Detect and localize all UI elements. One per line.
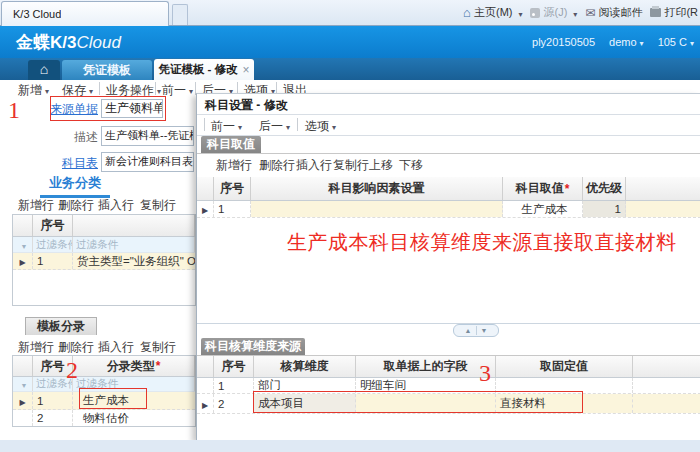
collapse-down-icon[interactable]: ▼: [481, 327, 488, 334]
print-button[interactable]: 打印(R: [650, 5, 698, 20]
description-field[interactable]: 生产领料单--凭证模板: [101, 126, 194, 146]
biz-insert-row-button[interactable]: 插入行: [98, 197, 134, 214]
g1-row-1-filler: [626, 201, 700, 217]
tab-dimension-source[interactable]: 科目核算维度来源: [201, 338, 305, 355]
tab-voucher-template-edit-label: 凭证模板 - 修改: [158, 62, 237, 77]
entry-type-column-header[interactable]: 分录类型*: [73, 356, 195, 376]
g1-move-up-button[interactable]: 上移: [369, 157, 393, 174]
g1-move-down-button[interactable]: 下移: [399, 157, 423, 174]
dimension-column-header[interactable]: 核算维度: [254, 356, 356, 377]
entry-row-2[interactable]: 2 物料估价: [13, 410, 195, 427]
toolbar-separator: [297, 118, 298, 131]
account-setting-dialog: 科目设置 - 修改 前一 后一 选项 科目取值 新增行 删除行 插入行 复制行 …: [196, 93, 700, 440]
biz-row-1-seq: 1: [33, 253, 73, 269]
entry-add-row-button[interactable]: 新增行: [18, 339, 54, 356]
account-table-field[interactable]: 新会计准则科目表: [101, 152, 194, 172]
g2-header: 序号 核算维度 取单据上的字段 取固定值: [197, 356, 700, 378]
biz-row-1[interactable]: 1 货主类型="业务组织" OR V: [13, 253, 195, 270]
read-mail-button[interactable]: 阅读邮件: [585, 5, 642, 20]
tenant-menu[interactable]: demo: [609, 36, 644, 48]
g1-header: 序号 科目影响因素设置 科目取值* 优先级: [197, 177, 700, 201]
g1-insert-row-button[interactable]: 插入行: [296, 157, 332, 174]
corner-cell: [13, 356, 33, 376]
biz-row-1-condition[interactable]: 货主类型="业务组织" OR V: [73, 253, 195, 269]
seq-column-header[interactable]: 序号: [214, 356, 254, 377]
tab-home[interactable]: [28, 60, 60, 80]
chevron-down-icon: [515, 7, 522, 19]
g1-add-row-button[interactable]: 新增行: [216, 157, 252, 174]
toolbar-separator: [155, 82, 156, 95]
chevron-down-icon: [329, 119, 336, 133]
chevron-down-icon: [235, 119, 242, 133]
entry-row-2-type[interactable]: 物料估价: [73, 410, 195, 426]
seq-column-header[interactable]: 序号: [214, 177, 251, 200]
tab-template-entries[interactable]: 模板分录: [25, 317, 97, 335]
required-marker: *: [565, 182, 570, 196]
g2-row-2-seq: 2: [214, 394, 254, 413]
entry-insert-row-button[interactable]: 插入行: [98, 339, 134, 356]
seq-column-header[interactable]: 序号: [33, 215, 73, 236]
current-row-arrow-icon: [202, 203, 208, 215]
home-menu-button[interactable]: 主页(M): [463, 5, 522, 20]
g1-row-1-priority[interactable]: 1: [583, 201, 626, 217]
feed-label: 源(J): [543, 5, 567, 20]
dialog-title: 科目设置 - 修改: [205, 97, 288, 114]
chevron-down-icon: [42, 83, 49, 97]
previous-button[interactable]: 前一: [162, 82, 193, 99]
g1-delete-row-button[interactable]: 删除行: [259, 157, 295, 174]
chevron-down-icon: [637, 36, 644, 48]
browser-tab[interactable]: K/3 Cloud: [1, 1, 169, 26]
g1-row-1-value[interactable]: 生产成本: [503, 201, 583, 217]
value-column-header[interactable]: 科目取值*: [503, 177, 583, 200]
dialog-next-button[interactable]: 后一: [259, 118, 290, 135]
banner-user-area: ply20150505 demo 105 C: [532, 36, 694, 48]
filter-placeholder[interactable]: 过滤条件: [73, 237, 195, 252]
g1-row-1-factor[interactable]: [251, 201, 503, 217]
print-label: 打印(R: [664, 5, 698, 20]
dialog-options-button[interactable]: 选项: [305, 118, 336, 135]
entry-copy-row-button[interactable]: 复制行: [140, 339, 176, 356]
highlight-box-production-cost: [79, 388, 147, 409]
highlight-box-source-bill: [50, 96, 166, 121]
tab-voucher-template-edit[interactable]: 凭证模板 - 修改: [154, 59, 254, 80]
corner-cell: [197, 356, 214, 377]
account-table-label[interactable]: 科目表: [40, 155, 98, 172]
tab-voucher-template[interactable]: 凭证模板: [62, 60, 152, 80]
fixed-value-column-header[interactable]: 取固定值: [496, 356, 633, 377]
tab-account-value[interactable]: 科目取值: [201, 136, 261, 153]
env-menu[interactable]: 105 C: [658, 36, 694, 48]
biz-delete-row-button[interactable]: 删除行: [58, 197, 94, 214]
g1-row-1-seq: 1: [214, 201, 251, 217]
bill-field-column-header[interactable]: 取单据上的字段: [356, 356, 496, 377]
priority-column-header[interactable]: 优先级: [583, 177, 626, 200]
factor-column-header[interactable]: 科目影响因素设置: [251, 177, 503, 200]
biz-grid-header: 序号: [13, 215, 195, 237]
required-marker: *: [156, 359, 161, 373]
biz-add-row-button[interactable]: 新增行: [18, 197, 54, 214]
g1-row-1[interactable]: 1 生产成本 1: [197, 201, 700, 218]
biz-copy-row-button[interactable]: 复制行: [140, 197, 176, 214]
toolbar-separator: [99, 82, 100, 95]
toolbar-separator: [204, 118, 205, 131]
dialog-previous-button[interactable]: 前一: [211, 118, 242, 135]
new-button[interactable]: 新增: [18, 82, 49, 99]
chevron-down-icon: [86, 83, 93, 97]
g2-row-2-filler: [633, 394, 700, 413]
corner-cell: [197, 177, 214, 200]
chevron-down-icon: [283, 119, 290, 133]
entry-grid-header: 序号 分录类型*: [13, 356, 195, 377]
callout-number-2: 2: [66, 358, 78, 382]
filter-placeholder[interactable]: 过滤条件: [33, 237, 73, 252]
collapse-up-icon[interactable]: ▲: [465, 327, 472, 334]
new-tab-button[interactable]: [172, 4, 188, 25]
splitter-control[interactable]: ▲ ▼: [453, 324, 499, 337]
username: ply20150505: [532, 36, 595, 48]
entry-delete-row-button[interactable]: 删除行: [58, 339, 94, 356]
close-icon[interactable]: [243, 63, 250, 77]
biz-filter-row[interactable]: 过滤条件 过滤条件: [13, 237, 195, 253]
feed-menu-button[interactable]: 源(J): [530, 5, 577, 20]
status-strip: [0, 440, 700, 452]
browser-tab-title: K/3 Cloud: [13, 8, 61, 20]
tab-business-classify[interactable]: 业务分类: [40, 174, 110, 198]
g1-copy-row-button[interactable]: 复制行: [333, 157, 369, 174]
